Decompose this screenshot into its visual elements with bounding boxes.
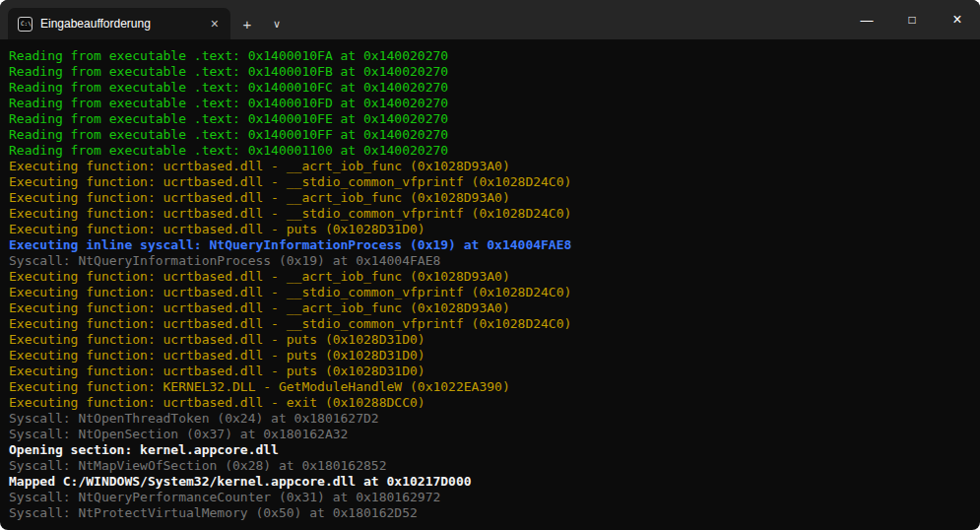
terminal-line: Syscall: NtMapViewOfSection (0x28) at 0x… <box>9 458 980 474</box>
terminal-line: Mapped C:/WINDOWS/System32/kernel.appcor… <box>9 474 980 490</box>
terminal-line: Executing function: ucrtbased.dll - __st… <box>9 206 980 222</box>
close-button[interactable]: × <box>935 0 980 39</box>
titlebar: C:\_ Eingabeaufforderung × + ∨ — □ × <box>0 0 980 39</box>
terminal-line: Executing function: ucrtbased.dll - __ac… <box>9 159 980 174</box>
minimize-button[interactable]: — <box>844 0 889 39</box>
tab-close-icon[interactable]: × <box>207 15 223 33</box>
terminal-line: Executing function: ucrtbased.dll - __ac… <box>9 300 980 316</box>
terminal-line: Executing function: ucrtbased.dll - puts… <box>9 364 980 379</box>
terminal-line: Executing function: KERNEL32.DLL - GetMo… <box>9 379 980 395</box>
terminal-line: Syscall: NtProtectVirtualMemory (0x50) a… <box>9 505 980 521</box>
terminal-line: Executing function: ucrtbased.dll - __ac… <box>9 190 980 206</box>
terminal-line: Reading from executable .text: 0x1400011… <box>9 143 980 159</box>
new-tab-button[interactable]: + <box>232 8 262 39</box>
terminal-line: Executing inline syscall: NtQueryInforma… <box>9 237 980 253</box>
terminal-line: Executing function: ucrtbased.dll - puts… <box>9 222 980 237</box>
maximize-button[interactable]: □ <box>889 0 935 39</box>
terminal-line: Reading from executable .text: 0x1400010… <box>9 80 980 96</box>
terminal-line: Reading from executable .text: 0x1400010… <box>9 111 980 127</box>
tab-title: Eingabeaufforderung <box>40 17 199 31</box>
terminal-line: Syscall: NtOpenThreadToken (0x24) at 0x1… <box>9 411 980 427</box>
chevron-down-icon[interactable]: ∨ <box>264 8 290 39</box>
terminal-line: Reading from executable .text: 0x1400010… <box>9 127 980 143</box>
terminal-line: Executing function: ucrtbased.dll - __st… <box>9 316 980 332</box>
tab-eingabeaufforderung[interactable]: C:\_ Eingabeaufforderung × <box>8 8 230 39</box>
terminal-line: Executing function: ucrtbased.dll - exit… <box>9 395 980 411</box>
terminal-line: Reading from executable .text: 0x1400010… <box>9 96 980 111</box>
terminal-line: Executing function: ucrtbased.dll - __st… <box>9 174 980 190</box>
terminal-line: Syscall: NtQueryInformationProcess (0x19… <box>9 253 980 269</box>
terminal-output[interactable]: Reading from executable .text: 0x1400010… <box>0 39 980 521</box>
terminal-line: Executing function: ucrtbased.dll - __ac… <box>9 269 980 285</box>
terminal-line: Executing function: ucrtbased.dll - __st… <box>9 285 980 300</box>
terminal-window: C:\_ Eingabeaufforderung × + ∨ — □ × Rea… <box>0 0 980 530</box>
terminal-line: Executing function: ucrtbased.dll - puts… <box>9 348 980 364</box>
terminal-line: Syscall: NtQueryPerformanceCounter (0x31… <box>9 490 980 505</box>
terminal-line: Reading from executable .text: 0x1400010… <box>9 48 980 64</box>
terminal-line: Syscall: NtOpenSection (0x37) at 0x18016… <box>9 427 980 442</box>
terminal-line: Reading from executable .text: 0x1400010… <box>9 64 980 80</box>
terminal-line: Opening section: kernel.appcore.dll <box>9 442 980 458</box>
terminal-line: Executing function: ucrtbased.dll - puts… <box>9 332 980 348</box>
cmd-icon: C:\_ <box>18 17 33 32</box>
